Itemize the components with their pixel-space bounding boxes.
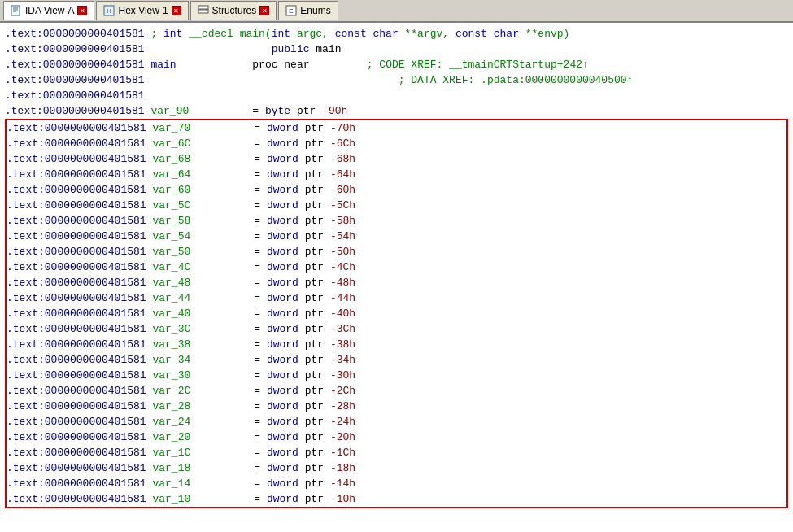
code-line-1: .text:0000000000401581 ; int __cdecl mai… xyxy=(0,26,793,41)
svg-rect-0 xyxy=(11,6,20,15)
off-1C: -1Ch xyxy=(330,445,355,460)
tab-hex-view-label: Hex View-1 xyxy=(118,5,168,16)
off-6C: -6Ch xyxy=(330,136,355,151)
addr-34: .text:0000000000401581 xyxy=(7,352,146,368)
type-70: dword xyxy=(267,120,298,136)
off-24: -24h xyxy=(330,414,355,430)
spaces-4 xyxy=(145,72,399,88)
addr-58: .text:0000000000401581 xyxy=(7,213,146,229)
tab-ida-view-close[interactable]: ✕ xyxy=(77,6,87,15)
addr-70: .text:0000000000401581 xyxy=(7,120,146,136)
spaces-2 xyxy=(145,41,272,57)
addr-68: .text:0000000000401581 xyxy=(7,151,146,167)
var-line-54: .text:0000000000401581 var_54 = dword pt… xyxy=(7,229,786,244)
main-label: main xyxy=(150,57,176,72)
var-14: var_14 xyxy=(152,476,190,491)
off-60: -60h xyxy=(330,182,355,198)
off-6: -90h xyxy=(322,103,347,119)
var-10: var_10 xyxy=(152,491,190,507)
code-line-3: .text:0000000000401581 main proc near ; … xyxy=(0,57,793,72)
var-6C: var_6C xyxy=(152,136,190,151)
addr-48: .text:0000000000401581 xyxy=(7,275,146,290)
comment-1: ; int __cdecl main(int argc, const char … xyxy=(145,26,570,41)
svg-rect-7 xyxy=(198,10,208,13)
var-line-64: .text:0000000000401581 var_64 = dword pt… xyxy=(7,167,786,182)
var-line-14: .text:0000000000401581 var_14 = dword pt… xyxy=(7,476,786,491)
var-line-48: .text:0000000000401581 var_48 = dword pt… xyxy=(7,275,786,290)
addr-38: .text:0000000000401581 xyxy=(7,337,146,352)
var-70: var_70 xyxy=(152,120,190,136)
main-label-2: main xyxy=(309,41,341,57)
off-48: -48h xyxy=(330,275,355,290)
type-2C: dword xyxy=(267,383,298,399)
tab-ida-view[interactable]: IDA View-A ✕ xyxy=(3,1,94,20)
var-line-30: .text:0000000000401581 var_30 = dword pt… xyxy=(7,368,786,383)
red-bordered-vars: .text:0000000000401581 var_70 = dword pt… xyxy=(5,119,788,508)
var-5C: var_5C xyxy=(152,198,190,213)
spaces-3 xyxy=(145,57,151,72)
off-5C: -5Ch xyxy=(330,198,355,213)
var-line-34: .text:0000000000401581 var_34 = dword pt… xyxy=(7,352,786,368)
var-64: var_64 xyxy=(152,167,190,182)
addr-2C: .text:0000000000401581 xyxy=(7,383,146,399)
type-24: dword xyxy=(267,414,298,430)
off-14: -14h xyxy=(330,476,355,491)
off-3C: -3Ch xyxy=(330,321,355,337)
type-54: dword xyxy=(267,229,298,244)
tab-hex-view[interactable]: H Hex View-1 ✕ xyxy=(96,1,188,20)
addr-6C: .text:0000000000401581 xyxy=(7,136,146,151)
addr-10: .text:0000000000401581 xyxy=(7,491,146,507)
svg-text:H: H xyxy=(107,8,111,14)
svg-rect-6 xyxy=(198,6,208,9)
var-line-58: .text:0000000000401581 var_58 = dword pt… xyxy=(7,213,786,229)
var-28: var_28 xyxy=(152,399,190,414)
addr-28: .text:0000000000401581 xyxy=(7,399,146,414)
var-line-18: .text:0000000000401581 var_18 = dword pt… xyxy=(7,460,786,476)
tab-enums[interactable]: E Enums xyxy=(278,1,338,20)
off-68: -68h xyxy=(330,151,355,167)
var-line-6C: .text:0000000000401581 var_6C = dword pt… xyxy=(7,136,786,151)
off-18: -18h xyxy=(330,460,355,476)
addr-18: .text:0000000000401581 xyxy=(7,460,146,476)
tab-structures-close[interactable]: ✕ xyxy=(259,6,269,15)
off-44: -44h xyxy=(330,290,355,306)
addr-1C: .text:0000000000401581 xyxy=(7,445,146,460)
var-58: var_58 xyxy=(152,213,190,229)
off-54: -54h xyxy=(330,229,355,244)
var-24: var_24 xyxy=(152,414,190,430)
var-68: var_68 xyxy=(152,151,190,167)
var-line-60: .text:0000000000401581 var_60 = dword pt… xyxy=(7,182,786,198)
off-20: -20h xyxy=(330,430,355,445)
off-34: -34h xyxy=(330,352,355,368)
tab-structures[interactable]: Structures ✕ xyxy=(190,1,277,20)
addr-30: .text:0000000000401581 xyxy=(7,368,146,383)
svg-text:E: E xyxy=(290,7,294,15)
off-50: -50h xyxy=(330,244,355,259)
var-line-44: .text:0000000000401581 var_44 = dword pt… xyxy=(7,290,786,306)
addr-60: .text:0000000000401581 xyxy=(7,182,146,198)
off-58: -58h xyxy=(330,213,355,229)
type-58: dword xyxy=(267,213,298,229)
type-44: dword xyxy=(267,290,298,306)
var-4C: var_4C xyxy=(152,259,190,275)
type-6: byte xyxy=(265,103,290,119)
var-2C: var_2C xyxy=(152,383,190,399)
type-34: dword xyxy=(267,352,298,368)
addr-40: .text:0000000000401581 xyxy=(7,306,146,321)
addr-3C: .text:0000000000401581 xyxy=(7,321,146,337)
addr-6: .text:0000000000401581 xyxy=(5,103,145,119)
addr-2: .text:0000000000401581 xyxy=(5,41,145,57)
off-64: -64h xyxy=(330,167,355,182)
code-line-5: .text:0000000000401581 xyxy=(0,88,793,103)
tab-struct-icon xyxy=(198,5,209,16)
var-line-70: .text:0000000000401581 var_70 = dword pt… xyxy=(7,120,786,136)
addr-50: .text:0000000000401581 xyxy=(7,244,146,259)
var-line-4C: .text:0000000000401581 var_4C = dword pt… xyxy=(7,259,786,275)
tab-hex-view-close[interactable]: ✕ xyxy=(172,6,181,15)
addr-14: .text:0000000000401581 xyxy=(7,476,146,491)
off-2C: -2Ch xyxy=(330,383,355,399)
var-20: var_20 xyxy=(152,430,190,445)
tab-doc-icon xyxy=(11,5,22,16)
spaces-3b xyxy=(176,57,253,72)
code-line-4: .text:0000000000401581 ; DATA XREF: .pda… xyxy=(0,72,793,88)
